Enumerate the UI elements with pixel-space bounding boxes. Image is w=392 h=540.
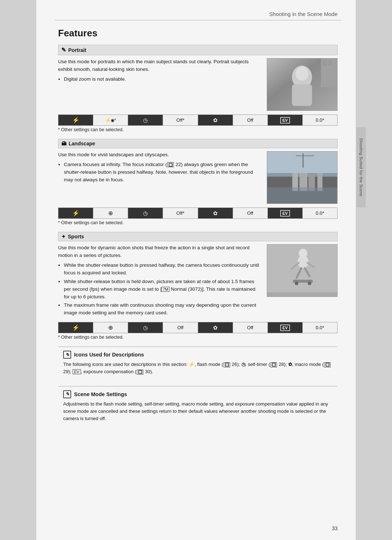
sports-setting-macro-val: Off (233, 322, 268, 333)
svg-point-28 (308, 281, 311, 285)
sports-label: Sports (68, 234, 84, 239)
sports-bullets: While the shutter-release button is pres… (64, 262, 261, 317)
portrait-content: Use this mode for portraits in which the… (58, 58, 338, 111)
landscape-section: 🏔 Landscape Use this mode for vivid land… (58, 139, 338, 225)
landscape-icon: 🏔 (61, 141, 66, 146)
landscape-bullet-1: Camera focuses at infinity. The focus in… (64, 161, 261, 184)
side-tab: Shooting Suited for the Scene (356, 127, 366, 207)
icons-desc-header: ✎ Icons Used for Descriptions (63, 351, 332, 359)
portrait-setting-timer-icon: ◷ (128, 115, 163, 125)
scene-settings-section: ✎ Scene Mode Settings Adjustments to the… (58, 386, 338, 426)
sports-footnote: * Other settings can be selected. (58, 335, 338, 340)
icons-desc-label: Icons Used for Descriptions (74, 352, 144, 358)
page: Shooting in the Scene Mode Features ✎ Po… (36, 0, 356, 540)
landscape-bullets: Camera focuses at infinity. The focus in… (64, 161, 261, 184)
svg-rect-4 (292, 84, 312, 106)
portrait-setting-exp-val: 0.0* (303, 115, 337, 125)
svg-rect-29 (267, 292, 337, 297)
landscape-footnote: * Other settings can be selected. (58, 220, 338, 225)
header-title-text: Shooting in the Scene Mode (269, 11, 338, 17)
portrait-setting-macro-icon: ✿ (198, 115, 233, 125)
header-title: Shooting in the Scene Mode (54, 11, 341, 20)
portrait-image (267, 58, 338, 111)
portrait-setting-redeye: ⚡◉* (93, 115, 128, 125)
portrait-description: Use this mode for portraits in which the… (58, 58, 261, 73)
sports-header: ✦ Sports (58, 232, 338, 241)
sports-setting-exp-icon: EV (268, 322, 303, 333)
icons-desc-section: ✎ Icons Used for Descriptions The follow… (58, 346, 338, 379)
landscape-setting-exp-val: 0.0* (303, 208, 337, 218)
page-number: 33 (332, 525, 338, 531)
sports-setting-macro-icon: ✿ (198, 322, 233, 333)
sports-setting-timer-icon: ◷ (128, 322, 163, 333)
portrait-photo (267, 58, 337, 111)
landscape-header: 🏔 Landscape (58, 139, 338, 148)
landscape-setting-exp-icon: EV (268, 208, 303, 218)
portrait-setting-flash: ⚡ (58, 115, 93, 125)
landscape-label: Landscape (69, 141, 95, 146)
portrait-bullet-1: Digital zoom is not available. (64, 76, 261, 83)
portrait-footnote: * Other settings can be selected. (58, 127, 338, 132)
landscape-setting-macro-val: Off (233, 208, 268, 218)
landscape-setting-timer-icon: ◷ (128, 208, 163, 218)
portrait-section: ✎ Portrait Use this mode for portraits i… (58, 45, 338, 132)
scene-settings-icon: ✎ (63, 390, 71, 398)
svg-point-27 (295, 281, 298, 285)
landscape-content: Use this mode for vivid landscapes and c… (58, 151, 338, 204)
landscape-setting-flash: ⚡ (58, 208, 93, 218)
svg-rect-7 (328, 60, 332, 66)
side-tab-text: Shooting Suited for the Scene (359, 138, 363, 197)
landscape-image (267, 151, 338, 204)
landscape-text: Use this mode for vivid landscapes and c… (58, 151, 261, 204)
landscape-photo (267, 151, 337, 204)
page-main-title: Features (58, 28, 338, 39)
portrait-settings-row: ⚡ ⚡◉* ◷ Off* ✿ Off EV 0.0* (58, 114, 338, 126)
sports-setting-flash: ⚡ (58, 322, 93, 333)
scene-settings-header: ✎ Scene Mode Settings (63, 390, 332, 398)
icons-desc-icon: ✎ (63, 351, 71, 359)
sports-section: ✦ Sports Use this mode for dynamic actio… (58, 232, 338, 340)
landscape-description: Use this mode for vivid landscapes and c… (58, 151, 261, 159)
sports-settings-row: ⚡ ⊕ ◷ Off ✿ Off EV 0.0* (58, 322, 338, 333)
sports-photo (267, 244, 337, 297)
landscape-setting-flashoff: ⊕ (93, 208, 128, 218)
svg-rect-6 (323, 60, 326, 66)
landscape-setting-macro-icon: ✿ (198, 208, 233, 218)
portrait-text: Use this mode for portraits in which the… (58, 58, 261, 111)
page-wrapper: Shooting in the Scene Mode Features ✎ Po… (0, 0, 392, 540)
sports-setting-flashoff: ⊕ (93, 322, 128, 333)
sports-text: Use this mode for dynamic action shots t… (58, 244, 261, 318)
sports-icon: ✦ (61, 234, 66, 239)
sports-bullet-1: While the shutter-release button is pres… (64, 262, 261, 277)
sports-setting-exp-val: 0.0* (303, 322, 337, 333)
portrait-header: ✎ Portrait (58, 45, 338, 55)
svg-point-3 (295, 67, 309, 81)
landscape-settings-row: ⚡ ⊕ ◷ Off* ✿ Off EV 0.0* (58, 207, 338, 219)
sports-image (267, 244, 338, 297)
svg-rect-17 (267, 188, 337, 204)
portrait-label: Portrait (68, 47, 86, 53)
sports-setting-timer-val: Off (163, 322, 198, 333)
svg-point-21 (299, 249, 307, 258)
icons-desc-text: The following icons are used for descrip… (63, 361, 332, 375)
portrait-setting-timer-val: Off* (163, 115, 198, 125)
sports-content: Use this mode for dynamic action shots t… (58, 244, 338, 318)
landscape-setting-timer-val: Off* (163, 208, 198, 218)
sports-bullet-3: The maximum frame rate with continuous s… (64, 302, 261, 317)
svg-rect-14 (267, 152, 337, 173)
portrait-icon: ✎ (61, 47, 66, 53)
sports-bullet-2: While shutter-release button is held dow… (64, 278, 261, 301)
portrait-setting-macro-val: Off (233, 115, 268, 125)
sports-description: Use this mode for dynamic action shots t… (58, 244, 261, 259)
portrait-setting-exp-icon: EV (268, 115, 303, 125)
scene-settings-label: Scene Mode Settings (74, 391, 127, 397)
scene-settings-text: Adjustments to the flash mode setting, s… (63, 400, 332, 422)
portrait-bullets: Digital zoom is not available. (64, 76, 261, 83)
